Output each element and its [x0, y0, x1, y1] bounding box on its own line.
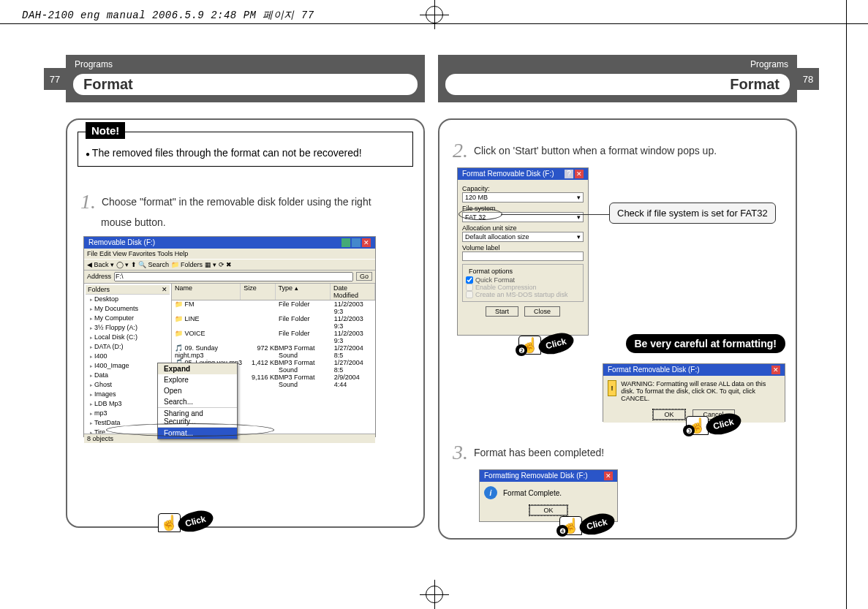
chevron-down-icon: ▾: [577, 194, 581, 201]
page-number-left: 77: [44, 68, 66, 90]
list-row: 📁 FMFile Folder11/2/2003 9:3: [172, 300, 375, 315]
close-button[interactable]: Close: [524, 306, 560, 317]
explorer-toolbar[interactable]: ◀ Back ▾ ◯ ▾ ⬆ 🔍 Search 📁 Folders ▦ ▾ ⟳ …: [84, 260, 375, 271]
chapter-bar-left: 77 Programs Format: [66, 55, 425, 102]
compress-checkbox: [466, 284, 473, 291]
complete-text: Format Complete.: [503, 489, 562, 497]
warn-title: Format Removable Disk (F:): [608, 366, 700, 374]
content-panel-right: 2. Click on 'Start' button when a format…: [438, 118, 797, 540]
step-1-text: Choose "format" in the removable disk fo…: [102, 196, 371, 208]
tree-item[interactable]: Desktop: [90, 295, 170, 304]
warn-text: WARNING: Formatting will erase ALL data …: [621, 380, 780, 402]
click-indicator-3: ☝ ❸ Click: [686, 415, 741, 434]
close-icon[interactable]: ✕: [771, 366, 780, 374]
note-badge: Note!: [86, 122, 125, 139]
options-group-label: Format options: [467, 268, 514, 275]
chevron-down-icon: ▾: [577, 233, 581, 241]
capacity-combo[interactable]: 120 MB▾: [462, 192, 584, 203]
explorer-menubar[interactable]: File Edit View Favorites Tools Help: [84, 249, 375, 260]
quickformat-checkbox[interactable]: [466, 276, 473, 284]
warning-pill: Be very careful at formatting!: [626, 334, 786, 353]
step-1: 1. Choose "format" in the removable disk…: [80, 187, 413, 230]
explorer-titlebar: Removable Disk (F:) ✕: [84, 237, 375, 249]
click-label: Click: [577, 511, 616, 539]
capacity-label: Capacity:: [462, 185, 584, 192]
window-controls[interactable]: ✕: [341, 238, 371, 247]
alloc-combo[interactable]: Default allocation size▾: [462, 232, 584, 242]
step-2-text: Click on 'Start' button when a format wi…: [474, 145, 717, 156]
step-1-sub: mouse button.: [101, 216, 413, 230]
close-icon[interactable]: ✕: [575, 170, 584, 178]
tree-item[interactable]: I400: [90, 352, 170, 361]
close-icon[interactable]: ✕: [362, 238, 371, 247]
list-row: 🎵 09. Sunday night.mp3972 KBMP3 Format S…: [172, 344, 375, 359]
callout-filesystem: Check if file system is set for FAT32: [609, 203, 776, 224]
click-indicator-1: ☝ Click: [158, 512, 214, 531]
ctx-item[interactable]: Search...: [158, 396, 237, 407]
explorer-title: Removable Disk (F:): [88, 238, 155, 247]
step-1-num: 1.: [80, 190, 96, 213]
crop-mark-bottom: [420, 580, 449, 609]
ctx-item[interactable]: Expand: [158, 363, 237, 374]
tree-item[interactable]: 3½ Floppy (A:): [90, 323, 170, 333]
complete-title: Formatting Removable Disk (F:): [484, 472, 588, 480]
step-2: 2. Click on 'Start' button when a format…: [453, 136, 785, 164]
doc-header: DAH-2100 eng manual 2006.5.9 2:48 PM 페이지…: [22, 9, 314, 22]
explorer-screenshot: Removable Disk (F:) ✕ File Edit View Fav…: [83, 236, 376, 437]
content-panel-left: Note! The removed files through the form…: [66, 118, 425, 528]
list-columns[interactable]: Name Size Type ▴ Date Modified: [172, 284, 375, 300]
header-rule: [0, 23, 868, 24]
highlight-ellipse: [106, 423, 274, 436]
page-left: 77 Programs Format Note! The removed fil…: [66, 55, 425, 567]
note-box: Note! The removed files through the form…: [78, 132, 413, 167]
volume-label: Volume label: [462, 244, 584, 251]
format-dialog-screenshot: Format Removable Disk (F:) ? ✕ Capacity:…: [457, 167, 589, 336]
ok-button[interactable]: OK: [653, 409, 684, 420]
explorer-addressbar: Address Go: [84, 271, 375, 284]
address-label: Address: [87, 273, 111, 280]
tree-item[interactable]: DATA (D:): [90, 342, 170, 352]
warning-icon: !: [608, 380, 616, 396]
format-titlebar: Format Removable Disk (F:) ? ✕: [458, 168, 588, 180]
help-icon[interactable]: ?: [565, 170, 573, 178]
format-options-group: Format options Quick Format Enable Compr…: [462, 264, 584, 302]
click-indicator-4: ☝ ❹ Click: [559, 515, 615, 534]
ctx-item[interactable]: Open: [158, 385, 237, 396]
tree-item[interactable]: Local Disk (C:): [90, 333, 170, 342]
callout-line: [501, 214, 611, 215]
step-3: 3. Format has been completed!: [453, 438, 785, 466]
step-3-num: 3.: [453, 441, 468, 464]
step-2-num: 2.: [453, 139, 468, 162]
click-label: Click: [176, 507, 215, 535]
click-indicator-2: ☝ ❷ Click: [518, 334, 574, 353]
tree-item[interactable]: My Computer: [90, 314, 170, 323]
page-number-right: 78: [797, 68, 819, 90]
close-icon[interactable]: ✕: [604, 472, 613, 480]
info-icon: i: [484, 486, 497, 499]
page-right: 78 Programs Format 2. Click on 'Start' b…: [438, 55, 797, 567]
click-label: Click: [536, 330, 575, 358]
step-3-text: Format has been completed!: [474, 447, 604, 458]
section-title-left: Format: [73, 74, 418, 95]
right-frame: [846, 0, 868, 609]
click-label: Click: [704, 410, 744, 438]
chapter-bar-right: 78 Programs Format: [438, 55, 797, 102]
ctx-item[interactable]: Explore: [158, 374, 237, 385]
list-row: 📁 VOICEFile Folder11/2/2003 9:3: [172, 330, 375, 344]
tree-close-icon[interactable]: ✕: [162, 286, 167, 293]
start-button[interactable]: Start: [486, 306, 518, 317]
section-title-right: Format: [445, 74, 790, 95]
list-row: 📁 LINEFile Folder11/2/2003 9:3: [172, 315, 375, 330]
address-input[interactable]: [114, 272, 353, 281]
msdos-checkbox: [466, 291, 473, 298]
go-button[interactable]: Go: [356, 272, 372, 281]
warning-dialog-screenshot: Format Removable Disk (F:)✕ ! WARNING: F…: [603, 363, 785, 422]
note-text: The removed files through the format can…: [86, 147, 405, 159]
chapter-label-right: Programs: [438, 58, 797, 71]
ok-button[interactable]: OK: [529, 505, 567, 515]
tree-item[interactable]: My Documents: [90, 304, 170, 314]
hand-icon: ☝: [158, 513, 181, 532]
volume-input[interactable]: [462, 251, 584, 261]
crop-mark-top: [420, 0, 449, 29]
chapter-label-left: Programs: [66, 58, 425, 71]
